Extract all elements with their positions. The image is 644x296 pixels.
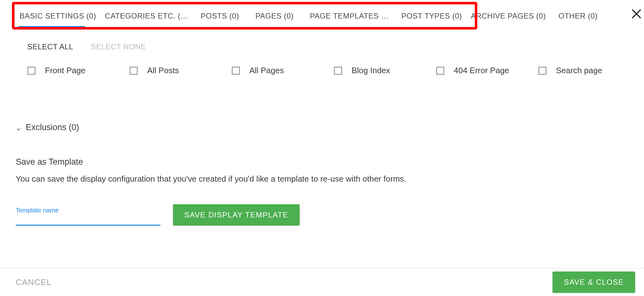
save-template-section: Save as Template You can save the displa… (16, 157, 628, 184)
checkbox-label: Search page (556, 66, 602, 75)
tab-basic-settings[interactable]: BASIC SETTINGS (0) (15, 4, 101, 27)
tab-other[interactable]: OTHER (0) (550, 4, 606, 27)
save-template-title: Save as Template (16, 157, 628, 167)
checkbox-404[interactable] (436, 67, 444, 75)
checkbox-item-all-posts[interactable]: All Posts (130, 66, 232, 75)
checkbox-label: Blog Index (352, 66, 390, 75)
close-button[interactable] (630, 8, 643, 21)
checkbox-label: 404 Error Page (454, 66, 509, 75)
template-name-label: Template name (16, 207, 160, 214)
exclusions-label: Exclusions (0) (26, 123, 79, 132)
checkbox-item-search-page[interactable]: Search page (538, 66, 602, 75)
checkbox-front-page[interactable] (27, 67, 36, 75)
footer-bar: CANCEL SAVE & CLOSE (0, 268, 644, 296)
save-display-template-button[interactable]: SAVE DISPLAY TEMPLATE (173, 204, 300, 226)
select-all-button[interactable]: SELECT ALL (27, 42, 73, 51)
checkbox-blog-index[interactable] (334, 67, 342, 75)
checkbox-search-page[interactable] (538, 67, 547, 75)
checkbox-item-all-pages[interactable]: All Pages (232, 66, 334, 75)
basic-settings-panel: SELECT ALL SELECT NONE Front Page All Po… (16, 33, 635, 91)
template-name-field[interactable]: Template name (16, 207, 160, 226)
tab-post-types[interactable]: POST TYPES (0) (397, 4, 466, 27)
select-none-button[interactable]: SELECT NONE (91, 42, 146, 51)
tabs-container: BASIC SETTINGS (0) CATEGORIES ETC. (… PO… (12, 4, 606, 27)
tab-categories[interactable]: CATEGORIES ETC. (… (101, 4, 193, 27)
select-actions: SELECT ALL SELECT NONE (24, 42, 627, 51)
template-name-input[interactable] (16, 225, 160, 226)
save-close-button[interactable]: SAVE & CLOSE (552, 271, 635, 293)
tab-row: BASIC SETTINGS (0) CATEGORIES ETC. (… PO… (12, 3, 644, 28)
checkbox-label: All Posts (147, 66, 179, 75)
checkbox-label: All Pages (249, 66, 284, 75)
exclusions-toggle[interactable]: Exclusions (0) (16, 123, 79, 132)
tab-archive-pages[interactable]: ARCHIVE PAGES (0) (466, 4, 550, 27)
checkbox-all-posts[interactable] (130, 67, 138, 75)
checkbox-item-blog-index[interactable]: Blog Index (334, 66, 436, 75)
save-template-description: You can save the display configuration t… (16, 173, 628, 184)
cancel-button[interactable]: CANCEL (16, 277, 52, 287)
tab-pages[interactable]: PAGES (0) (247, 4, 302, 27)
checkbox-label: Front Page (45, 66, 86, 75)
tab-posts[interactable]: POSTS (0) (192, 4, 247, 27)
checkbox-all-pages[interactable] (232, 67, 240, 75)
checkbox-item-404[interactable]: 404 Error Page (436, 66, 538, 75)
close-icon (630, 8, 643, 21)
template-input-row: Template name SAVE DISPLAY TEMPLATE (16, 204, 300, 226)
tab-page-templates[interactable]: PAGE TEMPLATES … (302, 4, 397, 27)
chevron-down-icon (16, 125, 21, 130)
checkbox-item-front-page[interactable]: Front Page (27, 66, 130, 75)
checkbox-row: Front Page All Posts All Pages Blog Inde… (24, 66, 627, 75)
